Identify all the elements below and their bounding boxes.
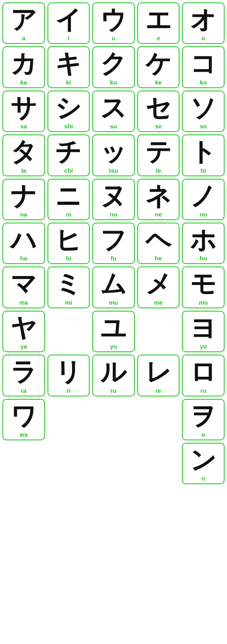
empty-cell [47, 399, 90, 440]
romaji-label: ta [21, 167, 26, 174]
kana-character: タ [10, 138, 37, 166]
kana-character: マ [10, 270, 37, 298]
kana-character: ア [10, 6, 37, 34]
empty-cell [137, 399, 180, 440]
kana-character: ラ [10, 358, 37, 386]
kana-character: ノ [190, 182, 217, 210]
romaji-label: n [202, 475, 205, 482]
kana-card: カka [2, 46, 45, 88]
romaji-label: ma [19, 299, 28, 306]
kana-card: ソso [182, 91, 225, 132]
kana-card: トto [182, 134, 225, 176]
empty-cell [92, 399, 135, 440]
kana-card: ハha [2, 223, 45, 264]
kana-character: ナ [10, 182, 37, 210]
kana-character: テ [145, 138, 172, 166]
kana-character: レ [145, 358, 172, 386]
empty-cell [137, 443, 180, 484]
romaji-label: ri [66, 387, 70, 394]
kana-character: ハ [10, 226, 37, 254]
empty-cell [137, 311, 180, 352]
romaji-label: nu [110, 211, 117, 218]
kana-character: ト [190, 138, 217, 166]
kana-card: ナna [2, 179, 45, 220]
romaji-label: so [200, 123, 207, 130]
kana-character: ル [100, 358, 127, 386]
romaji-label: to [200, 167, 206, 174]
kana-character: ッ [100, 138, 127, 166]
kana-card: ロro [182, 355, 225, 396]
kana-card: ヨyo [182, 311, 225, 352]
kana-card: キki [47, 46, 90, 88]
romaji-label: i [68, 35, 69, 41]
kana-card: ニni [47, 179, 90, 220]
kana-character: ネ [145, 182, 172, 210]
romaji-label: u [111, 35, 115, 41]
kana-card: タta [2, 134, 45, 176]
kana-card: ネne [137, 179, 180, 220]
kana-character: ホ [190, 226, 217, 254]
kana-card: テte [137, 134, 180, 176]
romaji-label: ho [200, 255, 207, 262]
kana-character: エ [145, 6, 172, 34]
romaji-label: o [202, 35, 205, 41]
kana-card: ヲo [182, 399, 225, 440]
kana-card: ヌnu [92, 179, 135, 220]
kana-character: ヌ [100, 182, 127, 210]
kana-character: ワ [10, 402, 37, 430]
kana-card: ヒhi [47, 223, 90, 264]
kana-card: エe [137, 2, 180, 44]
kana-card: フfu [92, 223, 135, 264]
kana-character: フ [100, 226, 127, 254]
empty-cell [2, 443, 45, 484]
romaji-label: se [155, 123, 162, 130]
romaji-label: yo [200, 343, 207, 350]
romaji-label: wa [20, 431, 28, 438]
romaji-label: chi [64, 167, 73, 174]
romaji-label: ku [110, 79, 117, 86]
kana-character: セ [145, 94, 172, 122]
kana-card: ケke [137, 46, 180, 88]
romaji-label: mu [109, 299, 118, 306]
kana-character: ム [100, 270, 127, 298]
kana-character: チ [55, 138, 82, 166]
kana-card: シshi [47, 91, 90, 132]
kana-card: モmo [182, 266, 225, 308]
kana-card: リri [47, 355, 90, 396]
kana-card: セse [137, 91, 180, 132]
romaji-label: su [110, 123, 117, 130]
kana-card: ンn [182, 443, 225, 484]
romaji-label: mo [199, 299, 208, 306]
romaji-label: ke [155, 79, 162, 86]
kana-card: ホho [182, 223, 225, 264]
kana-card: スsu [92, 91, 135, 132]
kana-character: リ [55, 358, 82, 386]
kana-card: オo [182, 2, 225, 44]
kana-character: ヘ [145, 226, 172, 254]
romaji-label: hi [66, 255, 71, 262]
romaji-label: tsu [109, 167, 118, 174]
romaji-label: ne [155, 211, 162, 218]
kana-character: ク [100, 50, 127, 78]
kana-character: カ [10, 50, 37, 78]
kana-character: ヨ [190, 314, 217, 342]
romaji-label: sa [20, 123, 27, 130]
kana-card: ヘhe [137, 223, 180, 264]
kana-character: ヒ [55, 226, 82, 254]
romaji-label: a [22, 35, 25, 41]
empty-cell [47, 311, 90, 352]
romaji-label: ki [66, 79, 71, 86]
romaji-label: me [154, 299, 163, 306]
kana-character: サ [10, 94, 37, 122]
kana-card: ノno [182, 179, 225, 220]
romaji-label: ni [66, 211, 71, 218]
kana-card: クku [92, 46, 135, 88]
kana-character: ウ [100, 6, 127, 34]
kana-character: ニ [55, 182, 82, 210]
kana-card: ッtsu [92, 134, 135, 176]
kana-card: コko [182, 46, 225, 88]
kana-character: コ [190, 50, 217, 78]
katakana-grid: アaイiウuエeオoカkaキkiクkuケkeコkoサsaシshiスsuセseソs… [2, 2, 225, 484]
kana-card: イi [47, 2, 90, 44]
romaji-label: he [155, 255, 162, 262]
